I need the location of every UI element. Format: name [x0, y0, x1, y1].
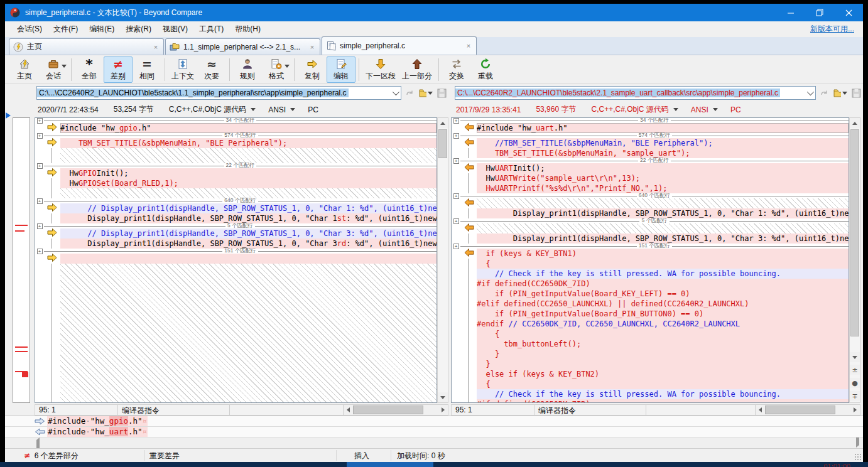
- new-version-link[interactable]: 新版本可用...: [810, 24, 854, 35]
- matching-lines-separator[interactable]: 640 个匹配行: [35, 198, 437, 203]
- toolbar-button-copy[interactable]: 复制: [298, 56, 327, 83]
- code-line[interactable]: HwGPIOInit();: [35, 168, 437, 178]
- right-horizontal-scrollbar[interactable]: [756, 405, 860, 415]
- left-encoding-dropdown-icon[interactable]: [290, 108, 295, 111]
- left-browse-dropdown-icon[interactable]: [428, 92, 433, 95]
- code-line[interactable]: // Display_print1(dispHandle, SBP_ROW_ST…: [35, 203, 437, 213]
- tab-close-icon[interactable]: [308, 43, 316, 51]
- diff-map-mark[interactable]: [15, 230, 24, 232]
- menu-help[interactable]: 帮助(H): [229, 22, 266, 36]
- menu-edit[interactable]: 编辑(E): [84, 22, 120, 36]
- left-history-icon[interactable]: [403, 86, 417, 100]
- tab-file-session[interactable]: simple_peripheral.c: [322, 36, 477, 55]
- detail-scroll-right-icon[interactable]: [856, 436, 859, 445]
- left-hscrollbar-thumb[interactable]: [353, 405, 423, 414]
- matching-lines-separator[interactable]: 5 个匹配行: [452, 218, 849, 223]
- matching-lines-separator[interactable]: 640 个匹配行: [452, 193, 849, 198]
- diff-section-arrow-icon[interactable]: [46, 168, 58, 179]
- code-line[interactable]: // Display_print1(dispHandle, SBP_ROW_ST…: [35, 228, 437, 239]
- minimize-button[interactable]: [776, 4, 805, 21]
- taskbar-active-app[interactable]: [347, 462, 433, 467]
- left-vertical-scrollbar[interactable]: [437, 117, 448, 403]
- left-encoding-select[interactable]: ANSI: [268, 105, 286, 114]
- toolbar-button-next-section[interactable]: 下一区段: [362, 56, 399, 83]
- left-scroll-down-icon[interactable]: [438, 392, 448, 402]
- matching-lines-separator[interactable]: 34 个匹配行: [452, 118, 849, 123]
- code-line[interactable]: // Check if the key is still pressed. WA…: [452, 389, 849, 399]
- left-scroll-up-icon[interactable]: [438, 118, 448, 128]
- code-line[interactable]: #endif // CC2650DK_7ID, CC2650_LAUNCHXL,…: [452, 319, 849, 329]
- close-button[interactable]: [834, 4, 863, 21]
- code-line[interactable]: if (keys & KEY_BTN1): [452, 249, 849, 259]
- code-line[interactable]: {: [452, 379, 849, 389]
- diff-map-mark[interactable]: [15, 346, 28, 348]
- tab-close-icon[interactable]: [152, 43, 160, 51]
- toolbar-button-all[interactable]: *全部: [75, 56, 104, 83]
- toolbar-button-format[interactable]: 格式: [262, 56, 291, 83]
- matching-lines-separator[interactable]: 22 个匹配行: [452, 158, 849, 163]
- difference-map[interactable]: [13, 117, 30, 403]
- left-path-dropdown-icon[interactable]: [389, 87, 401, 99]
- code-line[interactable]: HwUARTInit();: [452, 163, 849, 173]
- right-encoding-select[interactable]: ANSI: [691, 105, 708, 114]
- code-line[interactable]: //TBM_SET_TITLE(&sbpMenuMain, "BLE Perip…: [452, 138, 849, 148]
- align-center-button[interactable]: ●: [850, 378, 860, 388]
- matching-lines-separator[interactable]: 5 个匹配行: [35, 223, 437, 228]
- align-top-button[interactable]: ±: [850, 365, 860, 375]
- restore-button[interactable]: [805, 4, 834, 21]
- matching-lines-separator[interactable]: 574 个匹配行: [35, 133, 437, 138]
- code-line[interactable]: if (PIN_getInputValue(Board_KEY_LEFT) ==…: [452, 289, 849, 299]
- diff-section-arrow-icon[interactable]: [46, 137, 58, 149]
- matching-lines-separator[interactable]: 151 个匹配行: [452, 244, 849, 249]
- diff-section-arrow-icon[interactable]: [463, 163, 475, 174]
- left-save-button[interactable]: [435, 86, 448, 100]
- diff-section-arrow-icon[interactable]: [46, 228, 58, 239]
- toolbar-button-rules[interactable]: 规则: [233, 56, 262, 83]
- menu-session[interactable]: 会话(S): [11, 22, 48, 36]
- toolbar-button-reload[interactable]: 重载: [471, 56, 500, 83]
- right-vertical-scrollbar[interactable]: ± ● ∓: [849, 117, 860, 403]
- matching-lines-separator[interactable]: 34 个匹配行: [35, 118, 437, 123]
- left-format-dropdown-icon[interactable]: [251, 108, 256, 111]
- tab-home[interactable]: 主页: [9, 38, 164, 55]
- code-line[interactable]: HwUARTWrite("sample_uart\r\n",13);: [452, 173, 849, 183]
- right-path-combobox[interactable]: C:\...\CC2640R2_LAUNCHIOT\ble5stack\2.1_…: [455, 86, 816, 100]
- right-code-pane[interactable]: 34 个匹配行#include "hw_uart.h"574 个匹配行 //TB…: [451, 117, 849, 403]
- menu-file[interactable]: 文件(F): [48, 22, 84, 36]
- right-scroll-down-icon[interactable]: [850, 352, 860, 362]
- resize-grip[interactable]: [854, 453, 862, 461]
- diff-section-arrow-icon[interactable]: [463, 223, 475, 234]
- diff-map-mark[interactable]: [15, 225, 28, 226]
- right-browse-dropdown-icon[interactable]: [842, 92, 847, 95]
- code-line[interactable]: // Check if the key is still pressed. WA…: [452, 269, 849, 279]
- code-line[interactable]: #if defined(CC2650DK_7ID): [452, 399, 849, 403]
- diff-map-mark[interactable]: [15, 351, 28, 352]
- right-scroll-up-icon[interactable]: [850, 118, 860, 128]
- dropdown-caret-icon[interactable]: [62, 65, 67, 68]
- diff-section-arrow-icon[interactable]: [463, 137, 475, 149]
- left-scroll-right-icon[interactable]: [438, 405, 448, 415]
- diff-section-arrow-icon[interactable]: [46, 122, 58, 134]
- left-horizontal-scrollbar[interactable]: [344, 405, 448, 415]
- detail-scroll-left-icon[interactable]: [36, 440, 40, 449]
- code-line[interactable]: }: [452, 349, 849, 359]
- tab-folder-session[interactable]: 1.1_simple_peripheral <--> 2.1_s...: [165, 38, 320, 55]
- right-scrollbar-thumb[interactable]: [850, 129, 859, 336]
- code-line[interactable]: if (PIN_getInputValue(Board_PIN_BUTTON0)…: [452, 309, 849, 319]
- left-path-combobox[interactable]: C:\...\CC2640R2_LAUNCHIOT\ble5stack\1.1_…: [36, 86, 401, 100]
- right-scroll-left-icon[interactable]: [756, 405, 765, 415]
- right-browse-folder-button[interactable]: [833, 86, 847, 100]
- code-line[interactable]: HwGPIOSet(Board_RLED,1);: [35, 178, 437, 188]
- toolbar-button-swap[interactable]: 交换: [442, 56, 471, 83]
- diff-map-current-view[interactable]: [22, 372, 28, 377]
- code-line[interactable]: {: [452, 259, 849, 269]
- right-encoding-dropdown-icon[interactable]: [713, 108, 718, 111]
- code-line[interactable]: {: [452, 329, 849, 339]
- matching-lines-separator[interactable]: 574 个匹配行: [452, 133, 849, 138]
- code-line[interactable]: #elif defined(CC2650_LAUNCHXL) || define…: [452, 299, 849, 309]
- code-line[interactable]: [35, 254, 437, 264]
- detail-line[interactable]: #include·"hw_gpio.h"¤: [5, 416, 863, 427]
- left-code-pane[interactable]: 34 个匹配行#include "hw_gpio.h"574 个匹配行 TBM_…: [35, 117, 437, 403]
- diff-section-arrow-icon[interactable]: [463, 198, 475, 209]
- right-save-button[interactable]: [849, 86, 863, 100]
